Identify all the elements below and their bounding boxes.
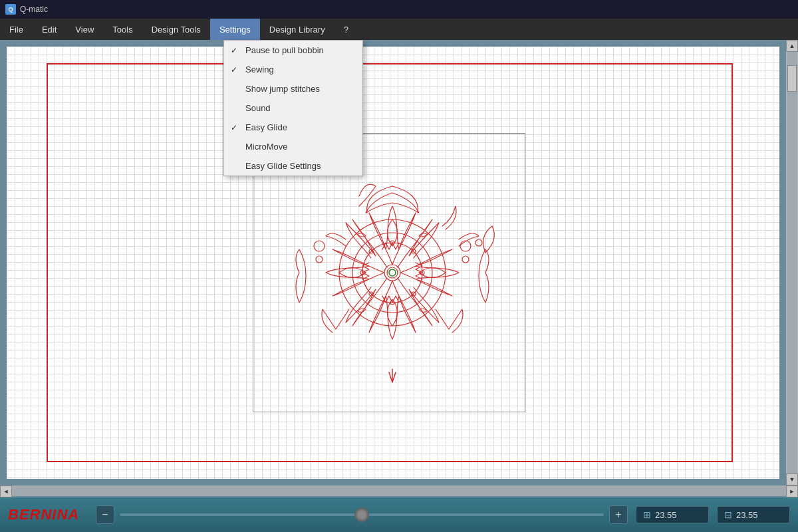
scrollbar-right: ▲ ▼ <box>786 40 798 485</box>
svg-point-15 <box>475 239 482 246</box>
coord-x-value: 23.55 <box>655 510 677 520</box>
app-icon: Q <box>5 4 16 15</box>
coord-y-icon: ⊟ <box>724 509 732 520</box>
dropdown-show-jump[interactable]: Show jump stitches <box>224 79 362 98</box>
menu-design-library[interactable]: Design Library <box>260 19 334 40</box>
bottom-bar: BERNINA − + ⊞ 23.55 ⊟ 23.55 <box>0 497 798 532</box>
scroll-right-button[interactable]: ► <box>786 485 798 497</box>
menu-file[interactable]: File <box>0 19 33 40</box>
scroll-thumb-vertical[interactable] <box>787 65 797 92</box>
menubar: File Edit View Tools Design Tools Settin… <box>0 19 798 40</box>
hscrollbar-container: ◄ ► <box>0 485 798 497</box>
titlebar: Q Q-matic <box>0 0 798 19</box>
slider-thumb[interactable] <box>354 507 369 522</box>
scroll-up-button[interactable]: ▲ <box>786 40 798 52</box>
slider-container: − + <box>96 505 628 524</box>
svg-point-13 <box>460 241 471 251</box>
coord-y-display: ⊟ 23.55 <box>717 506 790 523</box>
settings-dropdown: ✓ Pause to pull bobbin ✓ Sewing Show jum… <box>223 40 363 176</box>
main-area: ▲ ▼ ◄ ► <box>0 40 798 497</box>
scroll-track-horizontal[interactable] <box>12 485 786 496</box>
menu-design-tools[interactable]: Design Tools <box>142 19 210 40</box>
canvas-scroll-area[interactable]: ▲ ▼ <box>0 40 798 485</box>
coord-x-icon: ⊞ <box>643 509 651 520</box>
svg-point-2 <box>362 243 422 303</box>
svg-point-16 <box>314 241 325 251</box>
svg-point-18 <box>389 269 396 276</box>
menu-help[interactable]: ? <box>334 19 358 40</box>
slider-plus-button[interactable]: + <box>609 505 628 524</box>
scroll-left-button[interactable]: ◄ <box>0 485 12 497</box>
dropdown-easy-glide[interactable]: ✓ Easy Glide <box>224 118 362 137</box>
dropdown-sewing[interactable]: ✓ Sewing <box>224 60 362 79</box>
menu-view[interactable]: View <box>66 19 103 40</box>
svg-point-17 <box>316 256 323 263</box>
menu-settings[interactable]: Settings <box>210 19 260 40</box>
dropdown-sound[interactable]: Sound <box>224 98 362 118</box>
scroll-track-vertical[interactable] <box>787 52 797 473</box>
menu-tools[interactable]: Tools <box>103 19 142 40</box>
grid-canvas <box>7 47 779 479</box>
menu-edit[interactable]: Edit <box>33 19 66 40</box>
scroll-down-button[interactable]: ▼ <box>786 473 798 485</box>
checkmark-pause-bobbin: ✓ <box>231 46 237 55</box>
coord-x-display: ⊞ 23.55 <box>636 506 709 523</box>
checkmark-easy-glide: ✓ <box>231 123 237 132</box>
dropdown-micromove[interactable]: MicroMove <box>224 137 362 156</box>
dropdown-easy-glide-settings[interactable]: Easy Glide Settings <box>224 156 362 176</box>
checkmark-sewing: ✓ <box>231 65 237 74</box>
coord-y-value: 23.55 <box>736 510 758 520</box>
slider-minus-button[interactable]: − <box>96 505 114 524</box>
bernina-logo: BERNINA <box>8 506 88 523</box>
slider-track[interactable] <box>120 513 604 516</box>
app-title: Q-matic <box>20 5 48 14</box>
svg-point-4 <box>339 219 446 326</box>
canvas-container: ▲ ▼ ◄ ► <box>0 40 798 497</box>
svg-point-14 <box>462 256 469 263</box>
dropdown-pause-bobbin[interactable]: ✓ Pause to pull bobbin <box>224 41 362 60</box>
